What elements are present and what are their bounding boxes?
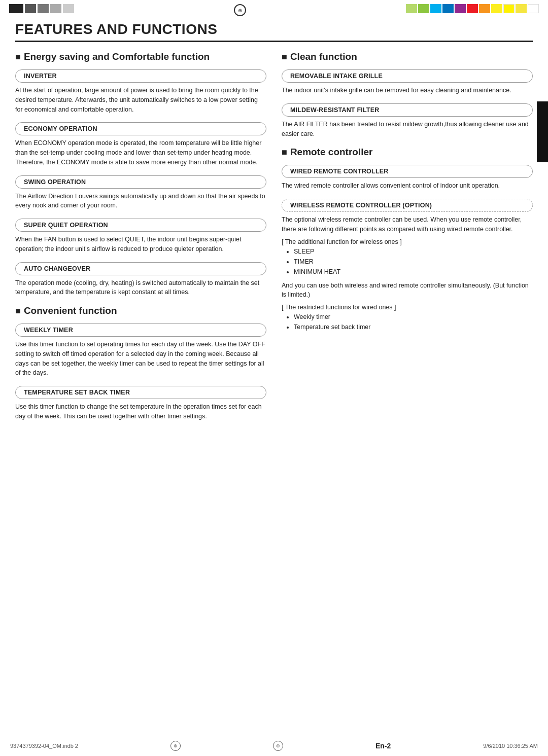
page-number: En-2 (375, 742, 391, 750)
two-col-layout: ■ Energy saving and Comfortable function… (15, 51, 533, 429)
bullet-clean: ■ (282, 52, 287, 62)
bar-right-9 (503, 4, 515, 13)
feature-box-inverter: INVERTER (15, 69, 266, 83)
compass-icon-bottom-left: ⊕ (170, 741, 181, 751)
bar-seg-1 (9, 4, 23, 13)
bar-right-6 (467, 4, 478, 13)
additional-item-timer: TIMER (294, 257, 533, 267)
bar-right-3 (430, 4, 441, 13)
bar-right-2 (418, 4, 429, 13)
section-heading-clean: ■ Clean function (282, 51, 533, 62)
section-heading-energy: ■ Energy saving and Comfortable function (15, 51, 266, 62)
section-title-energy: Energy saving and Comfortable function (24, 51, 210, 62)
bullet-convenient: ■ (15, 306, 21, 316)
bar-right-5 (455, 4, 466, 13)
top-bar-left (9, 4, 74, 13)
feature-title-wireless-remote: WIRELESS REMOTE CONTROLLER (OPTION) (290, 202, 432, 209)
bar-right-1 (406, 4, 417, 13)
feature-title-inverter: INVERTER (24, 73, 57, 80)
bar-right-4 (442, 4, 454, 13)
bar-right-7 (479, 4, 490, 13)
right-side-tab (537, 101, 548, 162)
restricted-item-temp: Temperature set back timer (294, 322, 533, 332)
bar-seg-2 (25, 4, 36, 13)
footer-date: 9/6/2010 10:36:25 AM (483, 743, 538, 749)
bar-right-8 (491, 4, 502, 13)
feature-intake-grille: REMOVABLE INTAKE GRILLE The indoor unit'… (282, 69, 533, 95)
feature-title-temp-set-back: TEMPERATURE SET BACK TIMER (24, 389, 130, 396)
feature-text-wireless-2: And you can use both wireless and wired … (282, 281, 533, 300)
restricted-items-list: Weekly timer Temperature set back timer (294, 312, 533, 332)
feature-text-super-quiet: When the FAN button is used to select QU… (15, 235, 266, 254)
feature-economy: ECONOMY OPERATION When ECONOMY operation… (15, 122, 266, 167)
additional-item-sleep: SLEEP (294, 246, 533, 257)
bullet-remote: ■ (282, 147, 287, 158)
bullet-energy: ■ (15, 52, 21, 62)
feature-title-intake-grille: REMOVABLE INTAKE GRILLE (290, 73, 383, 80)
top-center-compass: ⊕ (234, 4, 246, 16)
feature-box-auto-changeover: AUTO CHANGEOVER (15, 262, 266, 275)
section-title-clean: Clean function (290, 51, 357, 62)
feature-text-intake-grille: The indoor unit's intake grille can be r… (282, 86, 533, 95)
feature-box-wireless-remote: WIRELESS REMOTE CONTROLLER (OPTION) (282, 199, 533, 212)
feature-title-wired-remote: WIRED REMOTE CONTROLLER (290, 168, 388, 175)
feature-text-auto-changeover: The operation mode (cooling, dry, heatin… (15, 278, 266, 298)
bar-seg-4 (50, 4, 61, 13)
feature-text-economy: When ECONOMY operation mode is operated,… (15, 138, 266, 167)
feature-text-temp-set-back: Use this timer function to change the se… (15, 402, 266, 421)
additional-label: [ The additional function for wireless o… (282, 238, 533, 245)
bar-right-11 (528, 4, 539, 13)
feature-text-wireless-1: The optional wireless remote controller … (282, 215, 533, 234)
feature-weekly-timer: WEEKLY TIMER Use this timer function to … (15, 323, 266, 378)
feature-auto-changeover: AUTO CHANGEOVER The operation mode (cool… (15, 262, 266, 298)
feature-title-weekly-timer: WEEKLY TIMER (24, 327, 73, 334)
feature-title-economy: ECONOMY OPERATION (24, 125, 97, 132)
bar-seg-5 (63, 4, 74, 13)
additional-items-list: SLEEP TIMER MINIMUM HEAT (294, 246, 533, 277)
feature-box-temp-set-back: TEMPERATURE SET BACK TIMER (15, 386, 266, 399)
feature-mildew-filter: MILDEW-RESISTANT FILTER The AIR FILTER h… (282, 103, 533, 139)
feature-box-super-quiet: SUPER QUIET OPERATION (15, 219, 266, 232)
feature-box-swing: SWING OPERATION (15, 175, 266, 189)
page-title: FEATURES AND FUNCTIONS (15, 21, 533, 42)
compass-icon-top: ⊕ (234, 4, 246, 16)
feature-box-wired-remote: WIRED REMOTE CONTROLLER (282, 165, 533, 178)
additional-item-minheat: MINIMUM HEAT (294, 267, 533, 277)
feature-wired-remote: WIRED REMOTE CONTROLLER The wired remote… (282, 165, 533, 191)
page-content: FEATURES AND FUNCTIONS ■ Energy saving a… (0, 16, 548, 445)
feature-temp-set-back: TEMPERATURE SET BACK TIMER Use this time… (15, 386, 266, 421)
feature-text-weekly-timer: Use this timer function to set operating… (15, 340, 266, 378)
feature-title-auto-changeover: AUTO CHANGEOVER (24, 265, 90, 272)
col-left: ■ Energy saving and Comfortable function… (15, 51, 266, 429)
section-heading-remote: ■ Remote controller (282, 147, 533, 158)
section-title-remote: Remote controller (290, 147, 373, 158)
top-bar-container: ⊕ (0, 0, 548, 16)
feature-box-mildew-filter: MILDEW-RESISTANT FILTER (282, 103, 533, 117)
feature-box-economy: ECONOMY OPERATION (15, 122, 266, 135)
restricted-label: [ The restricted functions for wired one… (282, 304, 533, 311)
restricted-item-weekly: Weekly timer (294, 312, 533, 322)
col-right: ■ Clean function REMOVABLE INTAKE GRILLE… (282, 51, 533, 429)
compass-icon-bottom-right: ⊕ (273, 741, 283, 751)
feature-text-mildew-filter: The AIR FILTER has been treated to resis… (282, 120, 533, 139)
feature-swing: SWING OPERATION The Airflow Direction Lo… (15, 175, 266, 211)
feature-inverter: INVERTER At the start of operation, larg… (15, 69, 266, 114)
feature-text-swing: The Airflow Direction Louvers swings aut… (15, 192, 266, 211)
feature-box-weekly-timer: WEEKLY TIMER (15, 323, 266, 337)
bar-right-10 (516, 4, 527, 13)
feature-title-super-quiet: SUPER QUIET OPERATION (24, 222, 108, 229)
section-title-convenient: Convenient function (24, 305, 117, 316)
feature-text-inverter: At the start of operation, large amount … (15, 86, 266, 114)
feature-super-quiet: SUPER QUIET OPERATION When the FAN butto… (15, 219, 266, 254)
top-bar-right (406, 4, 539, 13)
feature-box-intake-grille: REMOVABLE INTAKE GRILLE (282, 69, 533, 83)
section-heading-convenient: ■ Convenient function (15, 305, 266, 316)
bar-seg-3 (38, 4, 49, 13)
feature-title-mildew-filter: MILDEW-RESISTANT FILTER (290, 106, 379, 114)
footer-file: 9374379392-04_OM.indb 2 (10, 743, 78, 749)
footer: 9374379392-04_OM.indb 2 ⊕ ⊕ En-2 9/6/201… (0, 741, 548, 751)
feature-text-wired-remote: The wired remote controller allows conve… (282, 181, 533, 191)
feature-title-swing: SWING OPERATION (24, 178, 86, 186)
feature-wireless-remote: WIRELESS REMOTE CONTROLLER (OPTION) The … (282, 199, 533, 332)
